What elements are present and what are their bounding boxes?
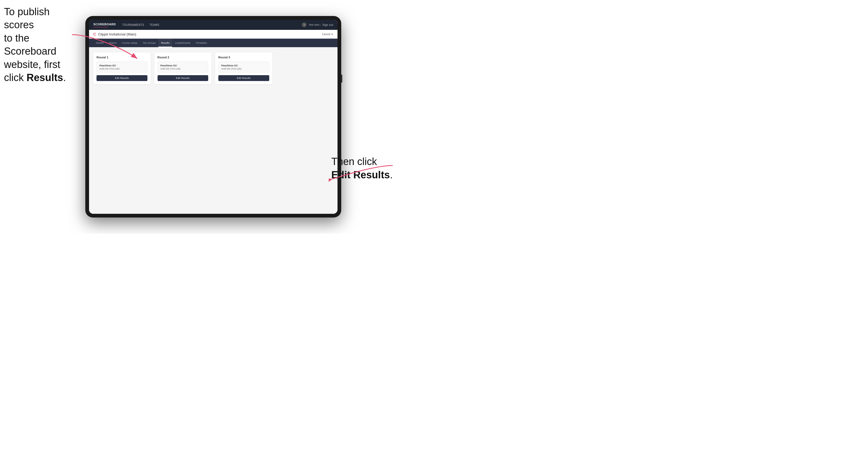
instruction-results-bold: Results bbox=[26, 72, 63, 83]
tablet-device: SCOREBOARD Powered by clippd TOURNAMENTS… bbox=[85, 16, 341, 218]
tab-printables[interactable]: Printables bbox=[193, 39, 210, 47]
main-content: Round 1 Peachtree GC Gold (M) (7010 yds)… bbox=[89, 47, 338, 214]
edit-results-button-2[interactable]: Edit Results bbox=[158, 75, 209, 81]
rounds-grid: Round 1 Peachtree GC Gold (M) (7010 yds)… bbox=[93, 53, 333, 84]
instruction-right-line1: Then click bbox=[331, 156, 377, 167]
nav-tournaments[interactable]: TOURNAMENTS bbox=[122, 24, 144, 26]
nav-right: T Test User | Sign out bbox=[302, 22, 333, 27]
tablet-power-button bbox=[341, 75, 342, 83]
tablet-screen: SCOREBOARD Powered by clippd TOURNAMENTS… bbox=[89, 20, 338, 214]
tournament-header: C Clippd Invitational (Main) Cancel ✕ bbox=[89, 30, 338, 39]
instruction-line3: website, first bbox=[4, 59, 60, 70]
round-2-course-name: Peachtree GC bbox=[160, 64, 206, 67]
round-card-1: Round 1 Peachtree GC Gold (M) (7010 yds)… bbox=[93, 53, 151, 84]
logo-area: SCOREBOARD Powered by clippd bbox=[93, 22, 116, 28]
round-3-title: Round 3 bbox=[218, 56, 269, 59]
instruction-line1: To publish scores bbox=[4, 6, 50, 30]
user-avatar: T bbox=[302, 22, 307, 27]
empty-column bbox=[276, 53, 334, 84]
instruction-right-suffix: . bbox=[390, 169, 393, 181]
instruction-edit-results-bold: Edit Results bbox=[331, 169, 390, 181]
round-1-course-name: Peachtree GC bbox=[99, 64, 145, 67]
tab-results[interactable]: Results bbox=[158, 39, 172, 47]
tab-tee-groups[interactable]: Tee Groups bbox=[140, 39, 158, 47]
instruction-line4-suffix: . bbox=[63, 72, 66, 83]
instruction-right: Then click Edit Results. bbox=[331, 155, 393, 182]
top-navigation: SCOREBOARD Powered by clippd TOURNAMENTS… bbox=[89, 20, 338, 30]
round-2-title: Round 2 bbox=[158, 56, 209, 59]
round-card-3: Round 3 Peachtree GC Gold (M) (7010 yds)… bbox=[215, 53, 273, 84]
round-1-course-details: Gold (M) (7010 yds) bbox=[99, 67, 145, 70]
tournament-title: Clippd Invitational (Main) bbox=[98, 32, 136, 36]
tab-details[interactable]: Details bbox=[93, 39, 106, 47]
cancel-button[interactable]: Cancel ✕ bbox=[322, 33, 333, 36]
round-2-course-details: Gold (M) (7010 yds) bbox=[160, 67, 206, 70]
instruction-line2: to the Scoreboard bbox=[4, 33, 56, 57]
edit-results-button-3[interactable]: Edit Results bbox=[218, 75, 269, 81]
round-card-2: Round 2 Peachtree GC Gold (M) (7010 yds)… bbox=[154, 53, 212, 84]
tournament-title-area: C Clippd Invitational (Main) bbox=[93, 32, 136, 36]
round-3-course-card: Peachtree GC Gold (M) (7010 yds) bbox=[218, 62, 269, 72]
round-1-title: Round 1 bbox=[96, 56, 148, 59]
nav-teams[interactable]: TEAMS bbox=[150, 24, 159, 26]
round-3-course-details: Gold (M) (7010 yds) bbox=[221, 67, 266, 70]
tab-teams[interactable]: Teams bbox=[106, 39, 119, 47]
tab-leaderboards[interactable]: Leaderboards bbox=[172, 39, 193, 47]
instruction-line4-prefix: click bbox=[4, 72, 26, 83]
instruction-left: To publish scores to the Scoreboard webs… bbox=[4, 5, 79, 84]
round-3-course-name: Peachtree GC bbox=[221, 64, 266, 67]
tab-bar: Details Teams Course Setup Tee Groups Re… bbox=[89, 39, 338, 47]
tab-course-setup[interactable]: Course Setup bbox=[119, 39, 140, 47]
edit-results-button-1[interactable]: Edit Results bbox=[96, 75, 148, 81]
round-1-course-card: Peachtree GC Gold (M) (7010 yds) bbox=[96, 62, 148, 72]
nav-signout[interactable]: Sign out bbox=[322, 24, 333, 26]
round-2-course-card: Peachtree GC Gold (M) (7010 yds) bbox=[158, 62, 209, 72]
nav-user: Test User | bbox=[309, 24, 320, 26]
tournament-icon: C bbox=[93, 32, 96, 36]
logo-sub: Powered by clippd bbox=[93, 26, 116, 28]
nav-links: TOURNAMENTS TEAMS bbox=[122, 24, 302, 26]
logo-text: SCOREBOARD bbox=[93, 23, 116, 26]
